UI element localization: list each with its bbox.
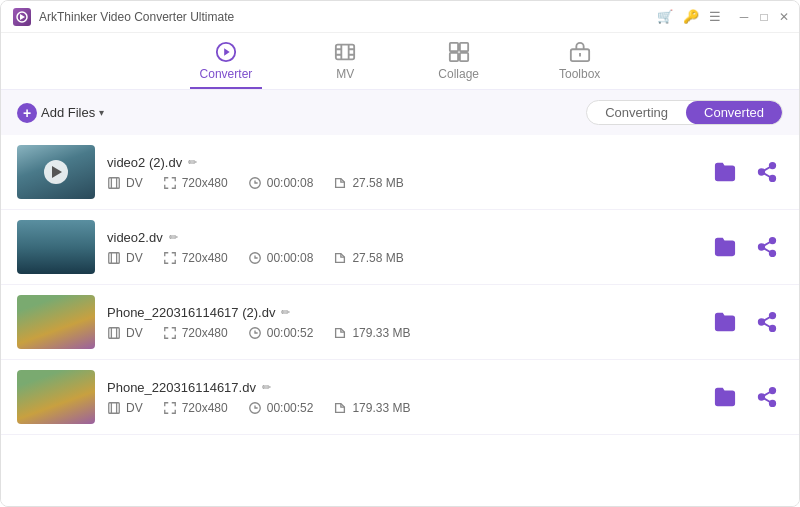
svg-line-24 <box>764 173 770 177</box>
svg-point-21 <box>770 163 776 169</box>
meta-format: DV <box>107 326 143 340</box>
thumbnail[interactable] <box>17 145 95 199</box>
file-actions <box>709 306 783 338</box>
file-info: Phone_220316114617.dv ✏ DV <box>107 380 697 415</box>
close-button[interactable]: ✕ <box>777 10 791 24</box>
play-overlay[interactable] <box>44 160 68 184</box>
file-info: Phone_220316114617 (2).dv ✏ DV <box>107 305 697 340</box>
meta-resolution: 720x480 <box>163 401 228 415</box>
file-name: Phone_220316114617.dv <box>107 380 256 395</box>
nav-item-collage[interactable]: Collage <box>428 41 489 89</box>
converter-icon <box>213 41 239 63</box>
svg-rect-12 <box>460 43 468 51</box>
svg-point-39 <box>770 313 776 319</box>
svg-line-34 <box>764 242 770 246</box>
open-folder-button[interactable] <box>709 231 741 263</box>
cart-icon[interactable]: 🛒 <box>657 9 673 24</box>
nav-label-mv: MV <box>336 67 354 81</box>
svg-marker-3 <box>224 48 230 55</box>
converting-tab[interactable]: Converting <box>587 101 686 124</box>
file-item: video2.dv ✏ DV <box>1 210 799 285</box>
file-name-row: Phone_220316114617.dv ✏ <box>107 380 697 395</box>
nav-item-mv[interactable]: MV <box>322 41 368 89</box>
collage-icon <box>446 41 472 63</box>
menu-icon[interactable]: ☰ <box>709 9 721 24</box>
meta-duration: 00:00:08 <box>248 176 314 190</box>
file-item: Phone_220316114617 (2).dv ✏ DV <box>1 285 799 360</box>
meta-resolution: 720x480 <box>163 176 228 190</box>
meta-duration: 00:00:08 <box>248 251 314 265</box>
svg-point-49 <box>759 394 765 400</box>
edit-icon[interactable]: ✏ <box>169 231 178 244</box>
svg-point-32 <box>770 251 776 256</box>
svg-point-48 <box>770 388 776 394</box>
plus-icon: + <box>17 103 37 123</box>
svg-line-51 <box>764 398 770 402</box>
maximize-button[interactable]: □ <box>757 10 771 24</box>
nav-label-toolbox: Toolbox <box>559 67 600 81</box>
file-name: video2 (2).dv <box>107 155 182 170</box>
toolbar: + Add Files ▾ Converting Converted <box>1 90 799 135</box>
share-button[interactable] <box>751 231 783 263</box>
toolbox-icon <box>567 41 593 63</box>
window-controls: ─ □ ✕ <box>737 10 791 24</box>
meta-size: 27.58 MB <box>333 251 403 265</box>
thumbnail[interactable] <box>17 370 95 424</box>
title-bar: ArkThinker Video Converter Ultimate 🛒 🔑 … <box>1 1 799 33</box>
thumbnail[interactable] <box>17 220 95 274</box>
file-meta: DV 720x480 00:00:52 <box>107 401 697 415</box>
tab-group: Converting Converted <box>586 100 783 125</box>
meta-size: 179.33 MB <box>333 326 410 340</box>
svg-point-31 <box>759 244 765 250</box>
file-info: video2 (2).dv ✏ DV <box>107 155 697 190</box>
open-folder-button[interactable] <box>709 381 741 413</box>
svg-rect-26 <box>109 252 120 263</box>
svg-line-52 <box>764 392 770 396</box>
file-item: video2 (2).dv ✏ DV <box>1 135 799 210</box>
svg-rect-13 <box>449 53 457 61</box>
meta-resolution: 720x480 <box>163 326 228 340</box>
file-actions <box>709 231 783 263</box>
share-button[interactable] <box>751 381 783 413</box>
svg-point-40 <box>759 319 765 325</box>
meta-resolution: 720x480 <box>163 251 228 265</box>
app-icon <box>13 8 31 26</box>
converted-tab[interactable]: Converted <box>686 101 782 124</box>
nav-item-converter[interactable]: Converter <box>190 41 263 89</box>
meta-format: DV <box>107 251 143 265</box>
svg-line-43 <box>764 317 770 321</box>
share-button[interactable] <box>751 306 783 338</box>
add-files-button[interactable]: + Add Files ▾ <box>17 103 104 123</box>
edit-icon[interactable]: ✏ <box>281 306 290 319</box>
nav-label-converter: Converter <box>200 67 253 81</box>
chevron-down-icon: ▾ <box>99 107 104 118</box>
svg-rect-11 <box>449 43 457 51</box>
meta-size: 27.58 MB <box>333 176 403 190</box>
file-item: Phone_220316114617.dv ✏ DV <box>1 360 799 435</box>
minimize-button[interactable]: ─ <box>737 10 751 24</box>
nav-item-toolbox[interactable]: Toolbox <box>549 41 610 89</box>
mv-icon <box>332 41 358 63</box>
edit-icon[interactable]: ✏ <box>188 156 197 169</box>
nav-bar: Converter MV Collage <box>1 33 799 90</box>
file-info: video2.dv ✏ DV <box>107 230 697 265</box>
svg-line-33 <box>764 248 770 252</box>
svg-rect-44 <box>109 402 120 413</box>
file-actions <box>709 156 783 188</box>
edit-icon[interactable]: ✏ <box>262 381 271 394</box>
open-folder-button[interactable] <box>709 306 741 338</box>
meta-format: DV <box>107 176 143 190</box>
play-triangle-icon <box>52 166 62 178</box>
thumbnail[interactable] <box>17 295 95 349</box>
meta-size: 179.33 MB <box>333 401 410 415</box>
file-actions <box>709 381 783 413</box>
key-icon[interactable]: 🔑 <box>683 9 699 24</box>
file-list: video2 (2).dv ✏ DV <box>1 135 799 507</box>
svg-rect-14 <box>460 53 468 61</box>
file-name: Phone_220316114617 (2).dv <box>107 305 275 320</box>
open-folder-button[interactable] <box>709 156 741 188</box>
app-title: ArkThinker Video Converter Ultimate <box>39 10 234 24</box>
meta-duration: 00:00:52 <box>248 326 314 340</box>
title-bar-right: 🛒 🔑 ☰ ─ □ ✕ <box>657 9 791 24</box>
share-button[interactable] <box>751 156 783 188</box>
